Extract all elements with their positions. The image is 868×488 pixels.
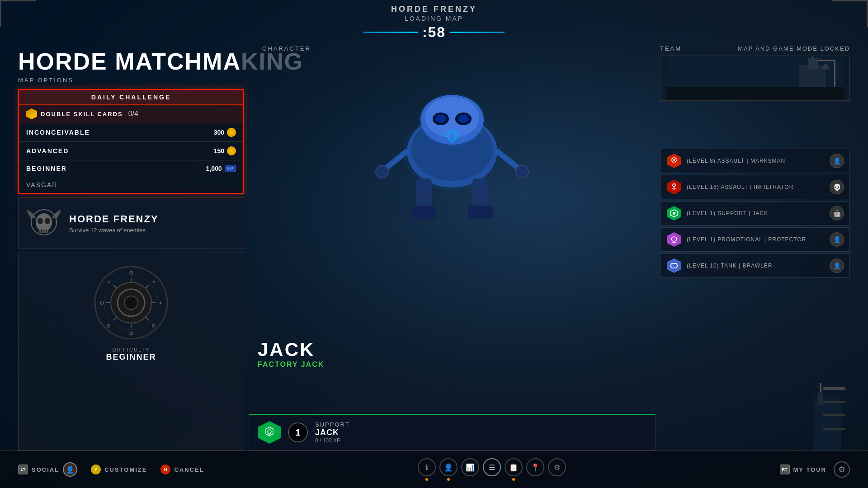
difficulty-wheel: ⚙ ✦ ⚙ ⚙ ⚙ ⚙ ✕ ✦ <box>90 262 172 343</box>
team-list: (LEVEL 8) ASSAULT | MARKSMAN 👤 (LEVEL 16… <box>660 149 850 278</box>
social-avatar: 👤 <box>63 462 77 477</box>
my-tour-action[interactable]: RT MY TOUR <box>780 465 826 474</box>
jack-robot-image <box>371 61 533 242</box>
member-class-3: (LEVEL 1) SUPPORT | JACK <box>687 210 825 216</box>
my-tour-label: MY TOUR <box>793 466 826 473</box>
member-class-1: (LEVEL 8) ASSAULT | MARKSMAN <box>687 158 825 164</box>
svg-point-64 <box>671 237 677 241</box>
cancel-action[interactable]: B CANCEL <box>160 465 204 474</box>
svg-line-44 <box>497 151 520 169</box>
svg-point-45 <box>516 165 528 178</box>
svg-point-35 <box>435 115 446 123</box>
svg-point-63 <box>673 212 675 215</box>
coin-icon <box>227 128 236 137</box>
nav-icon-info1[interactable]: ℹ <box>418 458 436 476</box>
character-xp-bar: 1 SUPPORT JACK 0 / 100 XP <box>249 414 656 450</box>
badge-hex-5 <box>667 258 681 273</box>
difficulty-label: DIFFICULTY <box>106 347 156 352</box>
bottom-left-actions: LT SOCIAL 👤 Y CUSTOMIZE B CANCEL <box>18 462 204 477</box>
xp-badge: XP <box>225 165 236 172</box>
team-label: TEAM <box>660 45 682 52</box>
customize-label: CUSTOMIZE <box>104 466 147 473</box>
y-button[interactable]: Y <box>91 465 101 474</box>
nav-icon-menu[interactable]: ☰ <box>483 458 501 476</box>
member-badge-2 <box>666 179 682 195</box>
svg-line-19 <box>113 317 117 320</box>
nav-dot-6 <box>534 478 537 481</box>
gear-button[interactable]: ⚙ <box>834 461 850 478</box>
bottom-center-icons: ℹ 👤 📊 ☰ 📋 📍 <box>418 458 566 481</box>
svg-point-3 <box>45 218 50 224</box>
svg-text:✕: ✕ <box>107 279 111 285</box>
b-button[interactable]: B <box>160 465 170 474</box>
svg-text:✦: ✦ <box>158 300 163 306</box>
svg-point-12 <box>124 296 138 310</box>
customize-action[interactable]: Y CUSTOMIZE <box>91 465 147 474</box>
horde-frenzy-description: Survive 12 waves of enemies <box>69 227 159 234</box>
member-class-2: (LEVEL 16) ASSAULT | INFILTRATOR <box>687 184 825 190</box>
center-panel: CHARACTER <box>249 41 656 450</box>
social-action[interactable]: LT SOCIAL 👤 <box>18 462 77 477</box>
svg-point-36 <box>458 115 469 123</box>
environment-image <box>660 278 850 450</box>
svg-text:✦: ✦ <box>152 279 156 285</box>
nav-icon-stats[interactable]: 📊 <box>461 458 479 476</box>
svg-point-43 <box>376 165 388 178</box>
member-info-5: (LEVEL 10) TANK | BRAWLER <box>687 263 825 269</box>
member-badge-1 <box>666 153 682 169</box>
difficulty-card[interactable]: ⚙ ✦ ⚙ ⚙ ⚙ ⚙ ✕ ✦ DIFFICULTY BEGINNER <box>18 253 244 450</box>
daily-challenge-header: DAILY CHALLENGE <box>19 90 243 105</box>
left-panel: HORDE MATCHMAKING MAP OPTIONS DAILY CHAL… <box>18 41 244 450</box>
difficulty-footer: DIFFICULTY BEGINNER <box>106 347 156 362</box>
difficulty-row-inconceivable[interactable]: INCONCEIVABLE 300 <box>19 123 243 142</box>
nav-dot-7 <box>556 478 558 481</box>
svg-rect-57 <box>666 87 844 100</box>
double-skill-label: DOUBLE SKILL CARDS <box>41 111 123 117</box>
difficulty-row-advanced[interactable]: ADVANCED 150 <box>19 142 243 160</box>
lt-button[interactable]: LT <box>18 465 28 474</box>
difficulty-row-beginner[interactable]: BEGINNER 1,000 XP <box>19 160 243 177</box>
skill-card-icon <box>26 108 37 119</box>
member-info-1: (LEVEL 8) ASSAULT | MARKSMAN <box>687 158 825 164</box>
corner-decoration-tr <box>832 0 868 27</box>
svg-point-59 <box>673 159 675 161</box>
member-avatar-2: 💀 <box>830 180 844 194</box>
skull-icon-container <box>26 205 62 241</box>
timer-line-right <box>450 32 505 33</box>
difficulty-value: BEGINNER <box>106 352 156 362</box>
svg-text:⚙: ⚙ <box>129 330 134 337</box>
right-panel: TEAM MAP AND GAME MODE LOCKED <box>660 41 850 450</box>
level-circle: 1 <box>288 422 308 442</box>
member-badge-4 <box>666 231 682 248</box>
nav-icon-settings[interactable]: ⚙ <box>548 458 566 476</box>
countdown-timer: :58 <box>422 24 446 41</box>
difficulty-advanced-reward: 150 <box>214 146 236 155</box>
character-display: JACK FACTORY JACK <box>249 52 656 414</box>
skill-count: 0/4 <box>128 110 138 118</box>
nav-icon-location[interactable]: 📍 <box>526 458 544 476</box>
bottom-right-actions: RT MY TOUR ⚙ <box>780 461 850 478</box>
svg-rect-40 <box>411 206 436 219</box>
character-name-block: JACK FACTORY JACK <box>258 339 324 369</box>
map-options-label: MAP OPTIONS <box>18 77 244 84</box>
member-info-3: (LEVEL 1) SUPPORT | JACK <box>687 210 825 216</box>
nav-dot-3 <box>469 478 472 481</box>
svg-rect-72 <box>823 414 845 416</box>
team-member-5: (LEVEL 10) TANK | BRAWLER 👤 <box>660 253 850 278</box>
xp-class: SUPPORT <box>315 421 350 428</box>
map-locked-label: MAP AND GAME MODE LOCKED <box>738 45 850 52</box>
svg-rect-67 <box>814 396 841 450</box>
svg-text:⚙: ⚙ <box>99 300 104 306</box>
xp-progress: 0 / 100 XP <box>315 437 350 444</box>
rt-button[interactable]: RT <box>780 465 790 474</box>
member-info-4: (LEVEL 1) PROMOTIONAL | PROTECTOR <box>687 236 825 243</box>
nav-icon-character[interactable]: 👤 <box>439 458 458 476</box>
svg-rect-41 <box>468 206 493 219</box>
character-name: JACK <box>258 339 324 361</box>
team-member: (LEVEL 8) ASSAULT | MARKSMAN 👤 <box>660 149 850 173</box>
bottom-nav: LT SOCIAL 👤 Y CUSTOMIZE B CANCEL ℹ 👤 <box>0 450 868 488</box>
map-thumbnail <box>660 56 850 101</box>
nav-icon-document[interactable]: 📋 <box>505 458 523 476</box>
svg-rect-70 <box>823 387 845 390</box>
nav-dot-2 <box>447 478 450 481</box>
